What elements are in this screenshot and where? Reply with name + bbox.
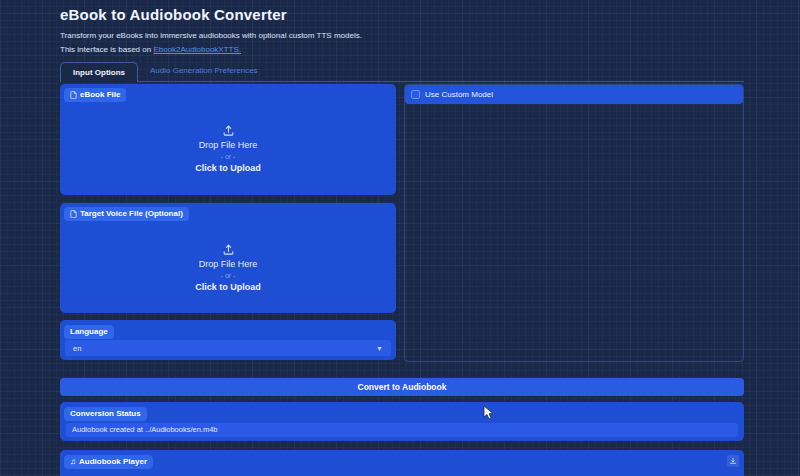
audiobook-player-label: ♫ Audiobook Player <box>64 455 153 469</box>
tab-audio-generation-preferences[interactable]: Audio Generation Preferences <box>138 61 270 81</box>
credit-link[interactable]: Ebook2AudiobookXTTS. <box>153 45 241 54</box>
page-subtitle: Transform your eBooks into immersive aud… <box>60 31 362 40</box>
upload-icon <box>222 124 235 137</box>
use-custom-model-row[interactable]: Use Custom Model <box>405 85 743 104</box>
drop-or-text: - or - <box>221 153 236 160</box>
convert-to-audiobook-button[interactable]: Convert to Audiobook <box>60 378 744 396</box>
voice-file-panel: Target Voice File (Optional) Drop File H… <box>60 203 396 313</box>
ebook-file-panel: eBook File Drop File Here - or - Click t… <box>60 84 396 195</box>
upload-icon <box>222 243 235 256</box>
download-button[interactable] <box>727 455 739 467</box>
language-label: Language <box>64 325 114 339</box>
conversion-status-panel: Conversion Status Audiobook created at .… <box>60 402 744 441</box>
conversion-status-value[interactable]: Audiobook created at ../Audiobooks/en.m4… <box>66 423 738 437</box>
drop-file-here-text: Drop File Here <box>199 259 258 269</box>
language-dropdown[interactable]: en ▼ <box>65 340 391 356</box>
page-title: eBook to Audiobook Converter <box>60 6 287 23</box>
drop-or-text: - or - <box>221 272 236 279</box>
download-icon <box>729 457 737 465</box>
language-panel: Language en ▼ <box>60 320 396 360</box>
app-window: eBook to Audiobook Converter Transform y… <box>0 0 800 476</box>
click-to-upload-text: Click to Upload <box>195 163 261 173</box>
chevron-down-icon: ▼ <box>376 345 383 352</box>
tab-bar: Input Options Audio Generation Preferenc… <box>60 62 744 82</box>
drop-file-here-text: Drop File Here <box>199 140 258 150</box>
ebook-file-label: eBook File <box>64 88 126 102</box>
right-column: Use Custom Model <box>404 84 744 362</box>
credit-prefix: This interface is based on <box>60 45 153 54</box>
use-custom-model-label: Use Custom Model <box>425 90 493 99</box>
ebook-file-dropzone[interactable]: Drop File Here - or - Click to Upload <box>60 102 396 195</box>
tab-content: eBook File Drop File Here - or - Click t… <box>60 84 744 362</box>
click-to-upload-text: Click to Upload <box>195 282 261 292</box>
voice-file-dropzone[interactable]: Drop File Here - or - Click to Upload <box>60 221 396 313</box>
tab-input-options[interactable]: Input Options <box>60 62 138 82</box>
audiobook-player-panel: ♫ Audiobook Player <box>60 450 744 476</box>
conversion-status-label: Conversion Status <box>64 407 147 421</box>
voice-file-label: Target Voice File (Optional) <box>64 207 189 221</box>
language-value: en <box>73 344 81 353</box>
use-custom-model-checkbox[interactable] <box>411 90 420 99</box>
credit-line: This interface is based on Ebook2Audiobo… <box>60 45 241 54</box>
music-note-icon: ♫ <box>70 458 76 466</box>
file-icon <box>70 91 77 99</box>
file-icon <box>70 210 77 218</box>
left-column: eBook File Drop File Here - or - Click t… <box>60 84 396 362</box>
